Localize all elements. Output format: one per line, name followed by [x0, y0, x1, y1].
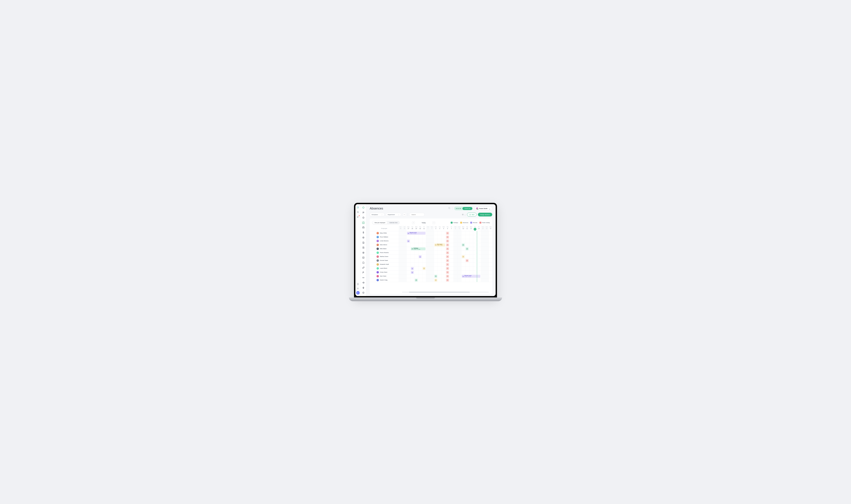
cell: [403, 274, 406, 278]
absence-block[interactable]: [446, 236, 449, 238]
ab-nav-icon[interactable]: A|B: [362, 276, 365, 279]
cell: [430, 251, 434, 255]
absence-block[interactable]: [446, 263, 449, 266]
megaphone-icon[interactable]: [362, 281, 365, 284]
cell: [477, 278, 481, 282]
legend-absences[interactable]: ✓Absences: [460, 222, 468, 223]
search-icon[interactable]: [448, 207, 450, 210]
absence-block[interactable]: [446, 239, 449, 242]
assign-absence-button[interactable]: Assign absence: [478, 213, 492, 216]
apps-icon[interactable]: [356, 291, 359, 294]
user-menu[interactable]: Susan Smith ⌄: [475, 206, 492, 210]
absence-block[interactable]: [435, 275, 437, 278]
target-nav-icon[interactable]: [362, 236, 365, 239]
clock-out-button[interactable]: Clock out: [462, 207, 472, 210]
check-nav-icon[interactable]: [362, 256, 365, 259]
collapse-icon[interactable]: [362, 291, 365, 294]
timeline-grid[interactable]: Employee Sun25Sat26Mon27Tue28Wed29Thu30F…: [370, 226, 492, 292]
day-header: Thu30: [418, 226, 422, 231]
search-input[interactable]: [411, 214, 422, 215]
cell: [481, 235, 485, 239]
divider: [452, 207, 453, 210]
more-filters-button[interactable]: ⋯: [403, 213, 406, 216]
trash-nav-icon[interactable]: [362, 231, 365, 234]
legend-public holiday[interactable]: ✓Public holiday: [479, 222, 490, 223]
tab-per-employee[interactable]: View per employee: [372, 221, 387, 224]
flag-nav-icon[interactable]: [362, 271, 365, 274]
bell-icon[interactable]: [356, 211, 359, 214]
absence-block[interactable]: [446, 247, 449, 250]
next-button[interactable]: ›: [432, 221, 435, 224]
absence-block[interactable]: [407, 239, 410, 242]
report-nav-icon[interactable]: [362, 261, 365, 264]
absence-block[interactable]: [411, 271, 414, 274]
absence-block[interactable]: Remote work10 Jan - 13 Jan: [462, 275, 480, 278]
link-nav-icon[interactable]: [362, 266, 365, 269]
cell: [477, 235, 481, 239]
legend-holidays[interactable]: ✓Holidays: [451, 222, 458, 223]
cell: [449, 267, 454, 270]
logo-icon[interactable]: [356, 206, 359, 209]
absence-block[interactable]: [446, 244, 449, 246]
absences-nav-icon[interactable]: [362, 221, 365, 224]
absence-block[interactable]: [446, 271, 449, 274]
cell: [454, 251, 457, 255]
cell: [422, 243, 426, 247]
absence-block[interactable]: [419, 255, 422, 258]
absence-block[interactable]: [411, 267, 414, 270]
chat-icon[interactable]: [356, 215, 359, 218]
absence-block[interactable]: [423, 267, 425, 270]
tab-calendar[interactable]: Calendar view: [387, 221, 400, 224]
doc-nav-icon[interactable]: [362, 241, 365, 244]
absence-block[interactable]: [446, 267, 449, 270]
absence-block[interactable]: [446, 251, 449, 254]
svg-rect-24: [447, 245, 448, 245]
absence-block[interactable]: [446, 255, 449, 258]
logo-small-icon[interactable]: [362, 206, 365, 209]
cell: [461, 247, 465, 251]
list-nav-icon[interactable]: [362, 246, 365, 249]
export-xls-button[interactable]: XLS: [467, 213, 477, 216]
absence-block[interactable]: [435, 279, 437, 282]
absence-block[interactable]: [446, 279, 449, 282]
absence-block[interactable]: Remote work27 Dec - 31 Dec: [407, 232, 425, 235]
cell: [414, 235, 418, 239]
employee-name: Cindy Olsen: [380, 271, 387, 273]
avatar: [476, 208, 478, 210]
clock-widget: 04:01:56 Clock out: [454, 206, 473, 210]
cell: [477, 267, 481, 270]
horizontal-scrollbar[interactable]: [402, 292, 489, 293]
absence-block[interactable]: [446, 259, 449, 262]
primary-rail: [355, 204, 360, 296]
absence-block[interactable]: Holidays18 Dec - 31 Dec: [411, 247, 425, 250]
absence-block[interactable]: Sick leave3 Jan - 5 Jan: [435, 244, 445, 246]
team-icon[interactable]: [362, 211, 365, 214]
cell: [442, 235, 446, 239]
cell: [410, 251, 414, 255]
cell: [449, 270, 454, 274]
calendar-nav-icon[interactable]: [362, 226, 365, 229]
cell: [481, 259, 485, 263]
absence-block[interactable]: [415, 279, 418, 282]
money-nav-icon[interactable]: [362, 251, 365, 254]
absence-block[interactable]: [446, 275, 449, 278]
absence-block[interactable]: [446, 232, 449, 235]
pin-nav-icon[interactable]: [362, 286, 365, 289]
svg-rect-38: [436, 276, 437, 277]
svg-point-9: [363, 212, 364, 213]
clock-nav-icon[interactable]: [362, 216, 365, 219]
absence-block[interactable]: [466, 259, 468, 262]
absence-block[interactable]: [462, 244, 465, 246]
cell: [403, 255, 406, 258]
department-filter[interactable]: Department⌄: [386, 213, 401, 216]
absence-block[interactable]: [462, 255, 465, 258]
view-settings[interactable]: ⌄: [462, 214, 466, 216]
cell: [454, 243, 457, 247]
settings-icon[interactable]: [356, 287, 359, 290]
absence-block[interactable]: [466, 247, 468, 250]
workplace-filter[interactable]: Workplace⌄: [370, 213, 385, 216]
info-icon[interactable]: [356, 283, 359, 286]
cell: [426, 263, 430, 266]
prev-button[interactable]: ‹: [412, 221, 415, 224]
legend-remote[interactable]: ✓Remote: [470, 222, 477, 223]
